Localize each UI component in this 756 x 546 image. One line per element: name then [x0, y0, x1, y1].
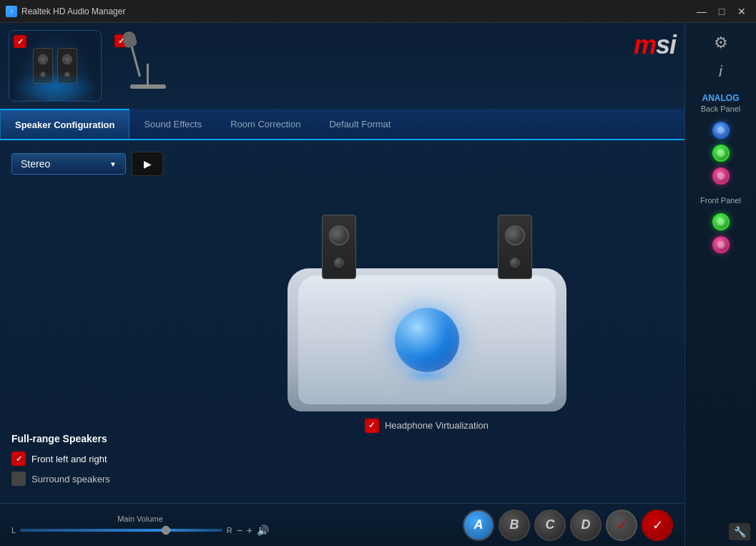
- app-icon: ♪: [6, 6, 17, 17]
- main-container: ✓ ✓: [0, 23, 756, 546]
- analog-label: ANALOG: [702, 93, 740, 103]
- stage-speaker-right[interactable]: [498, 215, 532, 279]
- l-label: L: [11, 526, 16, 535]
- front-panel-label: Front Panel: [700, 196, 741, 205]
- maximize-button[interactable]: □: [713, 4, 730, 19]
- mic-stand: [124, 37, 182, 94]
- blue-orb: [395, 308, 459, 372]
- volume-label: Main Volume: [117, 515, 163, 523]
- speaker-icon: 🔊: [257, 525, 269, 536]
- stage-speaker-cone-right: [505, 225, 525, 245]
- headphone-virt-checkbox[interactable]: ✓: [365, 419, 379, 433]
- speaker-device[interactable]: ✓: [9, 30, 102, 102]
- button-b[interactable]: B: [499, 510, 530, 541]
- checkmark-button-1[interactable]: ✓: [606, 510, 637, 541]
- settings-icon[interactable]: ⚙: [708, 30, 734, 56]
- mic-device[interactable]: ✓: [110, 30, 196, 102]
- speaker-stage: [273, 211, 581, 411]
- stage-speaker-left[interactable]: [322, 215, 356, 279]
- speaker-box-left: [33, 48, 53, 84]
- bottom-buttons: A B C D ✓ ✓: [463, 510, 673, 541]
- tab-speaker-configuration[interactable]: Speaker Configuration: [0, 109, 129, 139]
- headphone-virtualization-row: ✓ Headphone Virtualization: [365, 419, 489, 433]
- play-button[interactable]: ▶: [132, 152, 163, 176]
- speaker-cone-2: [40, 72, 46, 77]
- volume-thumb[interactable]: [162, 526, 170, 535]
- msi-logo-area: msi: [634, 30, 676, 60]
- main-panel: Stereo ▼ ▶ Full-range Speakers ✓ Front l…: [0, 140, 684, 503]
- button-a[interactable]: A: [463, 510, 494, 541]
- checkmark-button-2[interactable]: ✓: [642, 510, 673, 541]
- mic-arm: [130, 45, 141, 77]
- minimize-button[interactable]: —: [693, 4, 710, 19]
- button-c[interactable]: C: [534, 510, 566, 541]
- speaker-cone-3: [62, 54, 72, 64]
- left-controls: Stereo ▼ ▶ Full-range Speakers ✓ Front l…: [11, 152, 169, 492]
- port-front-green[interactable]: [712, 213, 730, 230]
- tab-room-correction[interactable]: Room Correction: [216, 109, 315, 139]
- title-bar-left: ♪ Realtek HD Audio Manager: [6, 6, 125, 17]
- tabs-area: Speaker Configuration Sound Effects Room…: [0, 109, 684, 140]
- port-back-pink[interactable]: [712, 167, 730, 185]
- checkbox-front-left-right[interactable]: ✓ Front left and right: [11, 452, 169, 466]
- right-sidebar: ⚙ i ANALOG Back Panel Front Panel 🔧: [684, 23, 756, 546]
- full-range-section: Full-range Speakers ✓ Front left and rig…: [11, 433, 169, 492]
- volume-plus-button[interactable]: +: [247, 525, 252, 536]
- speaker-check: ✓: [14, 35, 26, 48]
- checkbox-surround[interactable]: Surround speakers: [11, 472, 169, 486]
- stage-speaker-cone-left: [329, 225, 349, 245]
- speaker-mode-dropdown-area: Stereo ▼ ▶: [11, 152, 169, 176]
- port-front-pink[interactable]: [712, 236, 730, 253]
- speaker-visualization: ✓ Headphone Virtualization: [180, 152, 673, 492]
- port-back-blue[interactable]: [712, 122, 730, 139]
- speaker-box-right: [57, 48, 77, 84]
- volume-minus-button[interactable]: −: [237, 525, 242, 536]
- mic-base: [130, 84, 166, 89]
- window-controls: — □ ✕: [693, 4, 750, 19]
- dropdown-arrow-icon: ▼: [109, 160, 117, 168]
- info-icon[interactable]: i: [708, 59, 734, 84]
- wrench-button[interactable]: 🔧: [729, 523, 750, 540]
- surround-label: Surround speakers: [31, 474, 110, 484]
- title-bar: ♪ Realtek HD Audio Manager — □ ✕: [0, 0, 756, 23]
- close-button[interactable]: ✕: [733, 4, 750, 19]
- app-title: Realtek HD Audio Manager: [21, 6, 125, 16]
- stage-speaker-tweeter-left: [334, 258, 344, 268]
- back-panel-label: Back Panel: [701, 104, 741, 113]
- bottom-bar: Main Volume L R − + 🔊 A B: [0, 503, 684, 546]
- tab-sound-effects[interactable]: Sound Effects: [129, 109, 216, 139]
- front-lr-label: Front left and right: [31, 454, 107, 464]
- volume-section: Main Volume L R − + 🔊: [11, 515, 269, 536]
- headphone-virt-label: Headphone Virtualization: [385, 420, 489, 431]
- volume-controls: L R − + 🔊: [11, 525, 269, 536]
- checkbox-checked-icon: ✓: [11, 452, 26, 466]
- speaker-cone-4: [64, 72, 70, 77]
- speaker-mode-select[interactable]: Stereo ▼: [11, 153, 126, 175]
- top-section: ✓ ✓: [0, 23, 684, 109]
- msi-logo: msi: [634, 30, 676, 60]
- r-label: R: [227, 526, 232, 535]
- speaker-cone-1: [38, 54, 48, 64]
- button-d[interactable]: D: [570, 510, 602, 541]
- tab-default-format[interactable]: Default Format: [315, 109, 405, 139]
- checkbox-unchecked-icon: [11, 472, 26, 486]
- content-area: ✓ ✓: [0, 23, 684, 546]
- full-range-title: Full-range Speakers: [11, 433, 169, 444]
- stage-speaker-tweeter-right: [510, 258, 520, 268]
- speaker-icon-group: [33, 48, 77, 84]
- port-back-green[interactable]: [712, 145, 730, 162]
- volume-slider[interactable]: [20, 529, 222, 532]
